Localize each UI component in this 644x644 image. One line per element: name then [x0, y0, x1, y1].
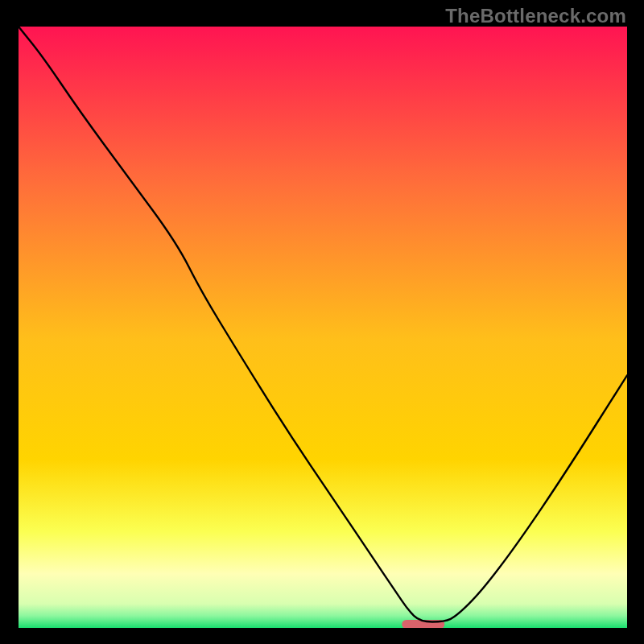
watermark-text: TheBottleneck.com — [445, 5, 626, 27]
chart-frame: TheBottleneck.com — [0, 0, 644, 644]
gradient-background — [19, 27, 627, 628]
bottleneck-plot — [19, 27, 627, 628]
